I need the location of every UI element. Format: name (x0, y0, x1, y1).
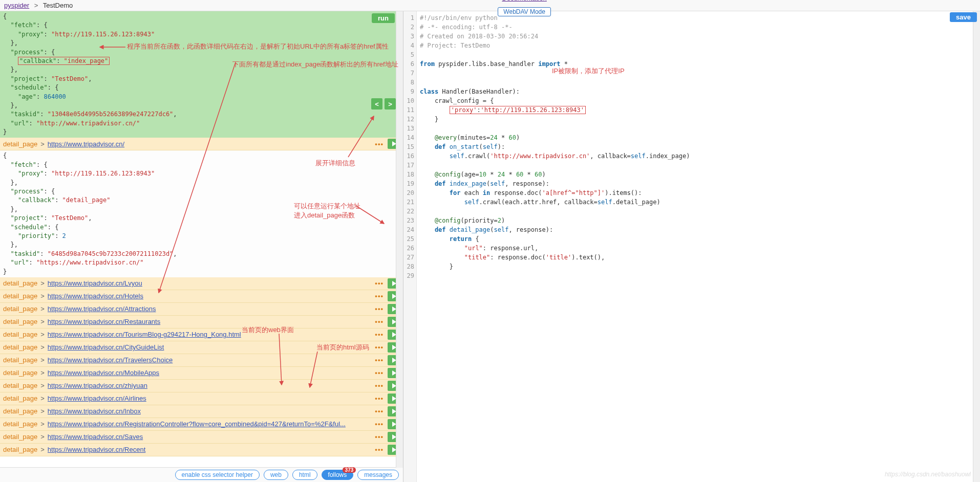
web-tab-button[interactable]: web (264, 470, 288, 480)
result-url-link[interactable]: https://www.tripadvisor.cn/TourismBlog-g… (48, 331, 371, 338)
breadcrumb-root[interactable]: pyspider (4, 2, 29, 9)
result-url-link[interactable]: https://www.tripadvisor.cn/RegistrationC… (48, 420, 371, 428)
callback-label: detail_page (3, 395, 37, 402)
bottom-toolbar: enable css selector helper web html foll… (0, 467, 403, 482)
back-button[interactable]: < (371, 98, 382, 109)
expand-icon[interactable]: ••• (375, 292, 384, 300)
callback-label: detail_page (3, 356, 37, 364)
result-url-link[interactable]: https://www.tripadvisor.cn/Restaurants (48, 318, 371, 325)
callback-label: detail_page (3, 433, 37, 441)
result-row: detail_page>https://www.tripadvisor.cn/T… (0, 328, 403, 341)
result-url-link[interactable]: https://www.tripadvisor.cn/Saves (48, 433, 371, 441)
documentation-link[interactable]: Documentation (502, 0, 546, 2)
expand-icon[interactable]: ••• (375, 305, 384, 313)
expand-icon[interactable]: ••• (375, 318, 384, 325)
result-url-link[interactable]: https://www.tripadvisor.cn/Inbox (48, 407, 371, 415)
follows-count-badge: 373 (343, 467, 356, 473)
result-url-link[interactable]: https://www.tripadvisor.cn/ (48, 140, 371, 148)
expand-icon[interactable]: ••• (375, 446, 384, 453)
callback-label: detail_page (3, 407, 37, 415)
top-bar: pyspider > TestDemo Documentation WebDAV… (0, 0, 980, 11)
callback-label: detail_page (3, 318, 37, 325)
task-json-expanded: { "fetch": { "proxy": "http://119.115.26… (0, 150, 403, 277)
result-row: detail_page>https://www.tripadvisor.cn/A… (0, 392, 403, 405)
callback-label: detail_page (3, 292, 37, 300)
row-sep: > (40, 318, 45, 325)
result-url-link[interactable]: https://www.tripadvisor.cn/TravelersChoi… (48, 356, 371, 364)
row-sep: > (40, 140, 45, 148)
result-url-link[interactable]: https://www.tripadvisor.cn/zhiyuan (48, 382, 371, 389)
result-row: detail_page>https://www.tripadvisor.cn/T… (0, 354, 403, 367)
row-sep: > (40, 331, 45, 338)
row-sep: > (40, 343, 45, 351)
row-sep: > (40, 446, 45, 453)
result-url-link[interactable]: https://www.tripadvisor.cn/Hotels (48, 292, 371, 300)
result-url-link[interactable]: https://www.tripadvisor.cn/MobileApps (48, 369, 371, 377)
row-sep: > (40, 305, 45, 313)
callback-label: detail_page (3, 420, 37, 428)
result-row: detail_page>https://www.tripadvisor.cn/C… (0, 341, 403, 354)
result-url-link[interactable]: https://www.tripadvisor.cn/Attractions (48, 305, 371, 313)
html-tab-button[interactable]: html (292, 470, 317, 480)
result-list: detail_page>https://www.tripadvisor.cn/L… (0, 277, 403, 456)
follows-tab-button[interactable]: follows373 (322, 470, 354, 480)
row-sep: > (40, 407, 45, 415)
expand-icon[interactable]: ••• (375, 331, 384, 338)
callback-label: detail_page (3, 343, 37, 351)
callback-label: detail_page (3, 140, 37, 148)
result-row: detail_page>https://www.tripadvisor.cn/H… (0, 290, 403, 303)
expand-icon[interactable]: ••• (375, 433, 384, 441)
expand-icon[interactable]: ••• (375, 279, 384, 287)
row-sep: > (40, 369, 45, 377)
callback-label: detail_page (3, 279, 37, 287)
css-helper-button[interactable]: enable css selector helper (175, 470, 260, 480)
row-sep: > (40, 433, 45, 441)
right-panel: save 1 2 3 4 5 6 7 8 9 10 11 12 13 14 15… (403, 11, 980, 482)
breadcrumb: pyspider > TestDemo (4, 2, 73, 9)
history-nav: < > (371, 98, 396, 109)
result-url-link[interactable]: https://www.tripadvisor.cn/Recent (48, 446, 371, 453)
row-sep: > (40, 420, 45, 428)
result-row: detail_page > https://www.tripadvisor.cn… (0, 138, 403, 150)
callback-label: detail_page (3, 331, 37, 338)
watermark: https://blog.csdn.net/baoshuowl (885, 471, 971, 478)
left-panel: run { "fetch": { "proxy": "http://119.11… (0, 11, 403, 482)
callback-label: detail_page (3, 382, 37, 389)
breadcrumb-sep: > (34, 2, 38, 9)
code-editor[interactable]: #!/usr/bin/env python # -*- encoding: ut… (417, 11, 973, 482)
row-sep: > (40, 279, 45, 287)
expand-icon[interactable]: ••• (375, 420, 384, 428)
result-row: detail_page>https://www.tripadvisor.cn/R… (0, 418, 403, 431)
messages-tab-button[interactable]: messages (357, 470, 399, 480)
result-row: detail_page>https://www.tripadvisor.cn/R… (0, 444, 403, 456)
line-gutter: 1 2 3 4 5 6 7 8 9 10 11 12 13 14 15 16 1… (403, 11, 417, 482)
result-url-link[interactable]: https://www.tripadvisor.cn/CityGuideList (48, 343, 371, 351)
task-json-current: { "fetch": { "proxy": "http://119.115.26… (0, 11, 403, 138)
result-row: detail_page>https://www.tripadvisor.cn/z… (0, 380, 403, 392)
result-row: detail_page>https://www.tripadvisor.cn/S… (0, 431, 403, 444)
save-button[interactable]: save (950, 12, 977, 22)
row-sep: > (40, 395, 45, 402)
expand-icon[interactable]: ••• (375, 395, 384, 402)
expand-icon[interactable]: ••• (375, 343, 384, 351)
forward-button[interactable]: > (385, 98, 396, 109)
callback-label: detail_page (3, 446, 37, 453)
expand-icon[interactable]: ••• (375, 140, 384, 148)
result-row: detail_page>https://www.tripadvisor.cn/M… (0, 367, 403, 380)
result-row: detail_page>https://www.tripadvisor.cn/A… (0, 303, 403, 316)
expand-icon[interactable]: ••• (375, 382, 384, 389)
expand-icon[interactable]: ••• (375, 407, 384, 415)
row-sep: > (40, 356, 45, 364)
expand-icon[interactable]: ••• (375, 356, 384, 364)
left-scrollbar[interactable] (396, 11, 403, 468)
expand-icon[interactable]: ••• (375, 369, 384, 377)
result-row: detail_page>https://www.tripadvisor.cn/I… (0, 405, 403, 418)
callback-label: detail_page (3, 369, 37, 377)
result-row: detail_page>https://www.tripadvisor.cn/R… (0, 316, 403, 328)
row-sep: > (40, 292, 45, 300)
run-button[interactable]: run (372, 13, 395, 23)
result-url-link[interactable]: https://www.tripadvisor.cn/Airlines (48, 395, 371, 402)
right-scrollbar[interactable] (973, 11, 980, 482)
result-url-link[interactable]: https://www.tripadvisor.cn/Lvyou (48, 279, 371, 287)
result-row: detail_page>https://www.tripadvisor.cn/L… (0, 277, 403, 290)
